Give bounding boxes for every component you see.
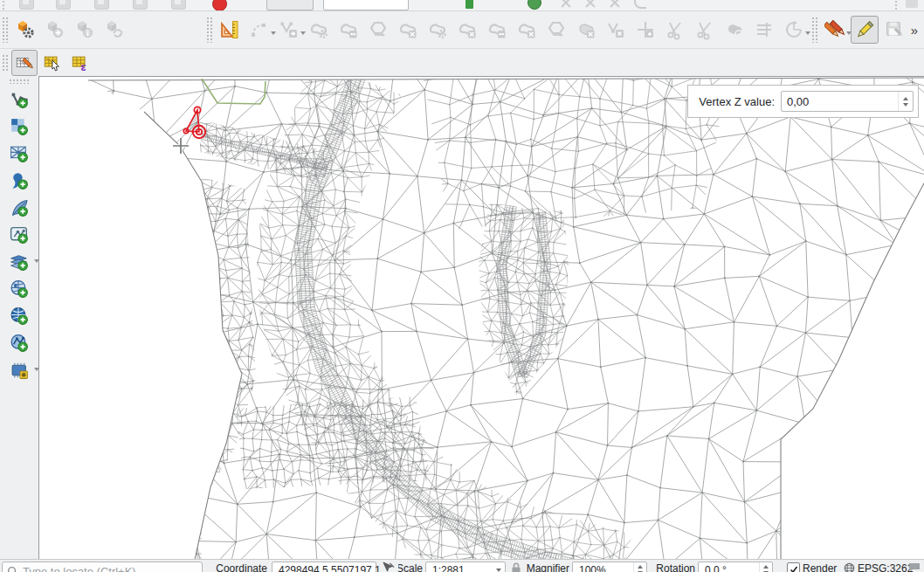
toolbar-grip[interactable] <box>811 17 817 43</box>
toggle-extents-icon[interactable] <box>382 562 395 572</box>
add-part-button[interactable] <box>453 16 481 44</box>
vertex-tool-button[interactable] <box>275 16 303 44</box>
transform-mesh-vertices-by-expression-button[interactable]: ε <box>67 50 93 76</box>
add-wcs-layer-button[interactable] <box>6 304 32 328</box>
mesh-reload-tool-icon <box>104 19 125 40</box>
coordinate-input[interactable]: 4298494.5,5507197.1 <box>272 562 376 572</box>
rotation-spin-arrows[interactable] <box>759 562 772 572</box>
vertex-z-spin-arrows[interactable] <box>898 92 913 111</box>
snapping-options-icon[interactable] <box>528 0 541 10</box>
crs-status-label[interactable]: EPSG:32620 <box>858 562 914 572</box>
snap-tool-icon-1[interactable] <box>19 0 34 10</box>
coordinate-value[interactable]: 4298494.5,5507197.1 <box>272 562 381 572</box>
undo-arrow-icon[interactable] <box>634 0 646 9</box>
add-virtual-layer-button[interactable] <box>6 223 32 247</box>
toolbar-grip[interactable] <box>206 17 212 43</box>
vertex-z-value[interactable]: 0,00 <box>782 92 898 111</box>
scale-dropdown-caret[interactable] <box>492 562 505 572</box>
rotate-point-symbols-dropdown-caret[interactable] <box>805 31 810 35</box>
add-ring-button[interactable] <box>424 16 452 44</box>
locator-search-input[interactable]: Type to locate (Ctrl+K) <box>2 562 203 572</box>
crs-globe-icon[interactable] <box>844 562 855 572</box>
add-vector-tile-layer-icon <box>9 252 31 273</box>
rotate-point-symbols-button[interactable] <box>780 16 808 44</box>
add-delimited-text-layer-button[interactable] <box>6 169 32 193</box>
add-mesh-layer-icon <box>9 143 31 165</box>
clear-tool-icon-2[interactable] <box>585 0 596 8</box>
vertex-z-spinbox[interactable]: 0,00 <box>781 91 914 112</box>
simplify-feature-icon <box>397 19 418 40</box>
snap-tool-icon-4[interactable] <box>133 0 148 10</box>
copy-move-feature-button[interactable] <box>334 16 362 44</box>
add-raster-layer-button[interactable] <box>6 114 32 139</box>
snap-tool-icon-2[interactable] <box>56 0 71 10</box>
magnifier-spin-arrows[interactable] <box>633 562 646 572</box>
split-parts-button[interactable] <box>661 16 689 44</box>
render-checkbox[interactable] <box>787 562 800 572</box>
split-features-icon <box>635 19 656 40</box>
add-vector-layer-button[interactable] <box>6 87 32 112</box>
trim-extend-button[interactable] <box>750 16 778 44</box>
scale-preset-combo[interactable] <box>266 0 314 10</box>
add-vector-tile-layer-button[interactable] <box>6 250 32 274</box>
clear-tool-icon-3[interactable] <box>610 0 620 8</box>
simplify-feature-button[interactable] <box>394 16 422 44</box>
current-edits-button[interactable] <box>821 16 849 44</box>
rotation-spinbox[interactable]: 0.0 ° <box>698 562 773 572</box>
add-spatialite-layer-button[interactable] <box>6 196 32 220</box>
clear-tool-icon-1[interactable] <box>561 0 571 8</box>
merge-features-button[interactable] <box>691 16 719 44</box>
mesh-calculator-options-button[interactable] <box>11 16 39 44</box>
add-wfs-layer-button[interactable] <box>6 331 32 355</box>
copy-move-feature-icon <box>338 19 359 40</box>
mesh-calculator-options-icon <box>15 19 36 40</box>
tolerance-input[interactable] <box>323 0 409 10</box>
mesh-add-tool-button[interactable] <box>41 16 69 44</box>
toolbar-grip[interactable] <box>2 17 8 43</box>
status-bar: Type to locate (Ctrl+K) Coordinate 42984… <box>0 559 924 572</box>
digitize-mesh-elements-button[interactable] <box>11 50 38 76</box>
move-feature-button[interactable] <box>305 16 333 44</box>
save-layer-edits-button[interactable] <box>880 16 908 44</box>
toolbar-grip-right <box>894 0 899 10</box>
topology-flag-icon[interactable] <box>465 0 473 9</box>
reshape-features-button[interactable] <box>602 16 630 44</box>
snap-tool-icon-3[interactable] <box>94 0 109 10</box>
record-status-icon[interactable] <box>212 0 227 11</box>
vertex-z-panel: Vertex Z value: 0,00 <box>687 85 919 118</box>
delete-ring-button[interactable] <box>513 16 541 44</box>
spin-up-icon[interactable] <box>903 97 908 100</box>
toolbar-overflow-button[interactable]: » <box>911 23 917 38</box>
add-wms-wmts-layer-button[interactable] <box>6 277 32 301</box>
snap-tool-icon-5[interactable] <box>171 0 186 10</box>
messages-icon[interactable] <box>908 562 921 572</box>
select-mesh-elements-button[interactable] <box>39 50 66 76</box>
fill-ring-button[interactable] <box>483 16 511 44</box>
toolbar-grip[interactable] <box>2 54 8 71</box>
toolbar-grip[interactable] <box>9 79 30 84</box>
mesh-info-tool-button[interactable] <box>71 16 99 44</box>
scale-value[interactable]: 1:2881 <box>426 562 492 572</box>
scale-combobox[interactable]: 1:2881 <box>425 562 506 572</box>
spin-down-icon[interactable] <box>903 103 908 107</box>
offset-curve-button[interactable] <box>572 16 600 44</box>
mesh-reload-tool-button[interactable] <box>100 16 128 44</box>
magnifier-spinbox[interactable]: 100% <box>572 562 647 572</box>
add-mesh-layer-button[interactable] <box>6 141 32 166</box>
cad-tools-button[interactable] <box>216 16 244 44</box>
split-features-button[interactable] <box>631 16 659 44</box>
magnifier-value[interactable]: 100% <box>573 562 633 572</box>
delete-part-icon <box>546 19 567 40</box>
toggle-editing-button[interactable] <box>851 16 879 44</box>
circular-string-curve-button[interactable] <box>245 16 273 44</box>
move-feature-icon <box>308 19 329 40</box>
rotation-value[interactable]: 0.0 ° <box>699 562 759 572</box>
split-parts-icon <box>665 19 686 40</box>
add-arcgis-rest-layer-button[interactable] <box>6 358 32 382</box>
map-canvas[interactable]: Vertex Z value: 0,00 <box>38 76 924 559</box>
rotate-feature-button[interactable] <box>364 16 392 44</box>
lock-scale-icon[interactable] <box>511 562 521 572</box>
delete-part-button[interactable] <box>542 16 570 44</box>
edit-pencil-mini-icon[interactable] <box>906 0 918 8</box>
merge-feature-attributes-button[interactable] <box>721 16 748 44</box>
